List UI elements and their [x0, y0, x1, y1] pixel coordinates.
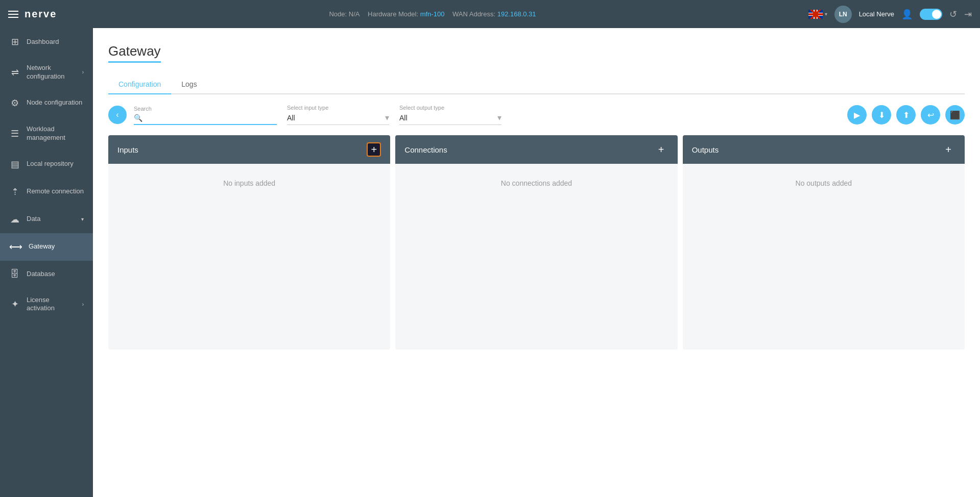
- remote-icon: ⇡: [9, 186, 20, 197]
- sidebar-item-dashboard[interactable]: ⊞ Dashboard: [0, 28, 93, 56]
- sidebar-item-node-configuration[interactable]: ⚙ Node configuration: [0, 89, 93, 117]
- outputs-column-body: No outputs added: [683, 164, 965, 350]
- outputs-column: Outputs + No outputs added: [683, 135, 965, 350]
- connections-column-body: No connections added: [395, 164, 677, 350]
- undo-icon: ↩: [927, 110, 934, 120]
- logout-icon[interactable]: ⇥: [964, 9, 972, 20]
- sidebar-item-label: Workload management: [27, 125, 84, 142]
- connections-column: Connections + No connections added: [395, 135, 677, 350]
- gateway-icon: ⟷: [9, 241, 22, 253]
- inputs-add-button[interactable]: +: [367, 142, 381, 157]
- tab-logs[interactable]: Logs: [171, 75, 207, 94]
- action-buttons: ▶ ⬇ ⬆ ↩ ⬛: [847, 105, 965, 125]
- inputs-column-header: Inputs +: [108, 135, 390, 164]
- filters-row: Search 🔍 Select input type All ▾: [134, 105, 840, 125]
- hamburger-menu[interactable]: [8, 11, 18, 18]
- play-button[interactable]: ▶: [847, 105, 867, 125]
- outputs-empty-message: No outputs added: [796, 179, 852, 187]
- inputs-column-body: No inputs added: [108, 164, 390, 350]
- connections-label: Connections: [404, 145, 447, 154]
- sidebar-item-database[interactable]: 🗄 Database: [0, 261, 93, 288]
- chevron-down-icon: ▾: [825, 11, 827, 17]
- refresh-icon[interactable]: ↺: [949, 9, 957, 20]
- topbar-left: nerve: [8, 8, 57, 20]
- input-type-label: Select input type: [287, 105, 389, 111]
- repository-icon: ▤: [9, 159, 20, 170]
- plus-icon: +: [945, 144, 951, 156]
- plus-icon: +: [658, 144, 664, 156]
- wan-value: 192.168.0.31: [497, 10, 536, 18]
- connections-add-button[interactable]: +: [654, 142, 668, 157]
- undo-button[interactable]: ↩: [921, 105, 940, 125]
- sidebar-item-workload-management[interactable]: ☰ Workload management: [0, 117, 93, 151]
- inputs-empty-message: No inputs added: [223, 179, 275, 187]
- terminal-button[interactable]: ⬛: [945, 105, 965, 125]
- sidebar-item-gateway[interactable]: ⟷ Gateway: [0, 233, 93, 261]
- language-selector[interactable]: ▾: [808, 10, 827, 19]
- topbar: nerve Node: N/A Hardware Model: mfn-100 …: [0, 0, 980, 28]
- search-label: Search: [134, 106, 277, 112]
- outputs-column-header: Outputs +: [683, 135, 965, 164]
- export-button[interactable]: ⬆: [896, 105, 916, 125]
- hardware-value: mfn-100: [420, 10, 445, 18]
- sidebar-item-license-activation[interactable]: ✦ License activation ›: [0, 288, 93, 321]
- nerve-logo: nerve: [25, 8, 57, 20]
- sidebar: ⊞ Dashboard ⇌ Network configuration › ⚙ …: [0, 28, 93, 497]
- input-type-select[interactable]: All: [287, 114, 382, 122]
- input-type-select-field: All ▾: [287, 113, 389, 125]
- topbar-center: Node: N/A Hardware Model: mfn-100 WAN Ad…: [57, 10, 808, 18]
- network-icon: ⇌: [9, 67, 20, 78]
- chevron-down-icon: ▾: [497, 113, 501, 122]
- workload-icon: ☰: [9, 128, 20, 139]
- tab-configuration[interactable]: Configuration: [108, 75, 171, 94]
- inputs-column: Inputs + No inputs added: [108, 135, 390, 350]
- topbar-right: ▾ LN Local Nerve 👤 ↺ ⇥: [808, 6, 972, 23]
- sidebar-item-data[interactable]: ☁ Data ▾: [0, 206, 93, 233]
- output-type-select-field: All ▾: [399, 113, 501, 125]
- plus-icon: +: [371, 144, 377, 156]
- logo-text: nerve: [25, 8, 57, 20]
- node-value: N/A: [349, 10, 360, 18]
- chevron-left-icon: ‹: [116, 110, 118, 119]
- sidebar-item-local-repository[interactable]: ▤ Local repository: [0, 151, 93, 178]
- database-icon: 🗄: [9, 269, 20, 280]
- data-icon: ☁: [9, 214, 20, 225]
- export-icon: ⬆: [903, 110, 910, 120]
- import-icon: ⬇: [878, 110, 885, 120]
- app-body: ⊞ Dashboard ⇌ Network configuration › ⚙ …: [0, 28, 980, 497]
- sidebar-item-label: Node configuration: [27, 98, 84, 107]
- terminal-icon: ⬛: [950, 110, 960, 120]
- output-type-select[interactable]: All: [399, 114, 494, 122]
- outputs-add-button[interactable]: +: [941, 142, 955, 157]
- search-field: 🔍: [134, 114, 277, 125]
- search-filter: Search 🔍: [134, 106, 277, 125]
- sidebar-item-label: Remote connection: [27, 187, 84, 196]
- user-avatar[interactable]: LN: [834, 6, 852, 23]
- node-icon: ⚙: [9, 97, 20, 109]
- dashboard-icon: ⊞: [9, 36, 20, 47]
- sidebar-item-label: Dashboard: [27, 38, 84, 46]
- sidebar-item-label: License activation: [27, 296, 76, 313]
- hardware-label: Hardware Model:: [368, 10, 418, 18]
- wan-label: WAN Address:: [452, 10, 495, 18]
- license-icon: ✦: [9, 299, 20, 310]
- sidebar-item-label: Network configuration: [27, 64, 76, 81]
- import-button[interactable]: ⬇: [872, 105, 891, 125]
- outputs-label: Outputs: [692, 145, 719, 154]
- main-content: Gateway Configuration Logs ‹ Search 🔍: [93, 28, 980, 497]
- sidebar-item-network-configuration[interactable]: ⇌ Network configuration ›: [0, 56, 93, 89]
- tabs-bar: Configuration Logs: [108, 75, 965, 94]
- sidebar-item-label: Data: [27, 215, 75, 223]
- user-icon[interactable]: 👤: [901, 9, 913, 20]
- search-input[interactable]: [146, 114, 277, 122]
- chevron-right-icon: ›: [82, 69, 84, 75]
- sidebar-item-label: Database: [27, 270, 84, 279]
- search-icon: 🔍: [134, 114, 142, 122]
- back-button[interactable]: ‹: [108, 106, 127, 124]
- input-type-filter: Select input type All ▾: [287, 105, 389, 125]
- sidebar-item-remote-connection[interactable]: ⇡ Remote connection: [0, 178, 93, 206]
- page-title: Gateway: [108, 43, 161, 63]
- connections-empty-message: No connections added: [501, 179, 572, 187]
- toggle-switch[interactable]: [920, 9, 942, 20]
- output-type-label: Select output type: [399, 105, 501, 111]
